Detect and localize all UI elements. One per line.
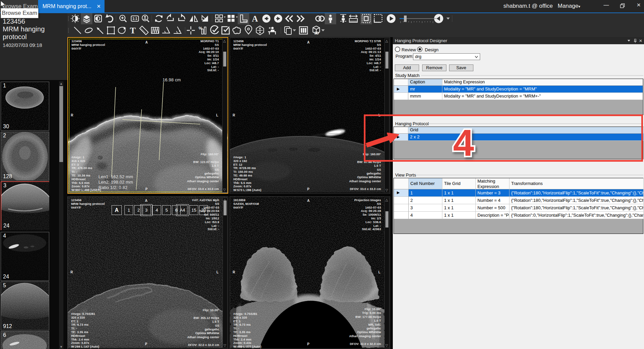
svg-text:4: 4 <box>453 128 474 164</box>
svg-text:T: T <box>130 26 136 35</box>
svg-text:A: A <box>252 14 258 23</box>
svg-text:1:1: 1:1 <box>133 17 138 21</box>
svg-text:3D: 3D <box>314 31 319 35</box>
